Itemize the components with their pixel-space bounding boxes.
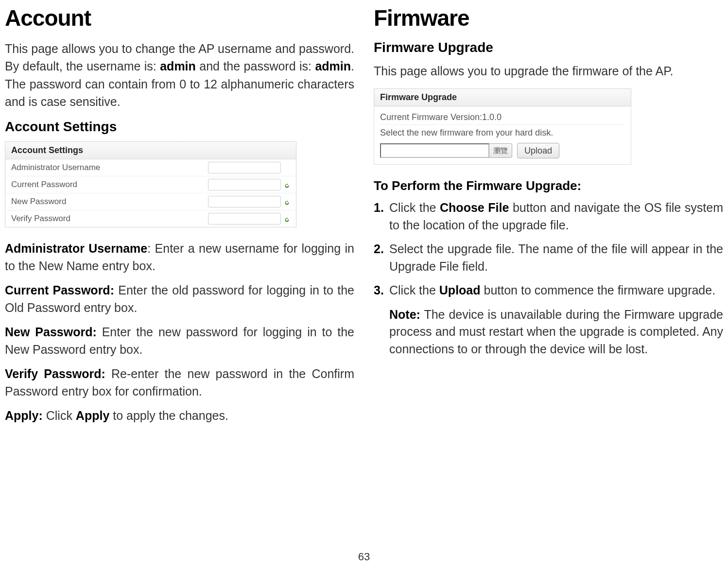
new-password-input[interactable] [208,196,281,207]
refresh-icon [284,199,290,205]
row-label: Verify Password [11,214,70,224]
file-path-input[interactable] [380,143,489,158]
firmware-intro: This page allows you to upgrade the firm… [374,62,723,80]
row-verify-password: Verify Password [5,210,296,227]
field-label: Current Password: [5,283,114,297]
step-bold: Choose File [440,201,509,214]
row-label: Current Password [11,180,77,190]
row-label: New Password [11,197,66,207]
step-1: Click the Choose File button and navigat… [374,199,723,234]
admin-username-input[interactable] [208,162,281,173]
row-label: Administrator Username [11,163,100,173]
refresh-icon [284,216,290,222]
field-label: Apply: [5,409,43,422]
page-number: 63 [0,551,728,563]
intro-bold-1: admin [160,59,196,73]
verify-password-input[interactable] [208,213,281,225]
desc-new-password: New Password: Enter the new password for… [5,324,354,358]
row-admin-username: Administrator Username [5,159,296,176]
note-text: The device is unavailable during the Fir… [389,308,723,356]
note-label: Note: [389,308,420,321]
step-3: Click the Upload button to commence the … [374,282,723,299]
desc-apply: Apply: Click Apply to apply the changes. [5,407,354,425]
field-label: New Password: [5,325,97,339]
account-settings-heading: Account Settings [5,119,354,135]
intro-bold-2: admin [315,59,351,73]
spacer-icon [284,165,290,171]
row-new-password: New Password [5,193,296,210]
intro-text-2: and the password is: [196,59,315,73]
step-2: Select the upgrade file. The name of the… [374,241,723,275]
step-pre: Select the upgrade file. The name of the… [389,242,723,273]
desc-verify-password: Verify Password: Re-enter the new passwo… [5,365,354,400]
field-text-post: to apply the changes. [109,409,228,422]
perform-upgrade-heading: To Perform the Firmware Upgrade: [374,178,723,193]
firmware-title: Firmware [374,5,723,31]
firmware-panel: Firmware Upgrade Current Firmware Versio… [374,88,631,165]
account-settings-panel: Account Settings Administrator Username … [5,141,296,227]
current-password-input[interactable] [208,179,281,190]
field-label: Verify Password: [5,367,105,380]
field-text-pre: Click [43,409,76,422]
account-title: Account [5,5,354,31]
row-current-password: Current Password [5,176,296,193]
step-pre: Click the [389,201,440,214]
field-label: Administrator Username [5,242,147,255]
desc-admin-username: Administrator Username: Enter a new user… [5,240,354,275]
upgrade-steps-list: Click the Choose File button and navigat… [374,199,723,299]
note-block: Note: The device is unavailable during t… [374,306,723,358]
step-bold: Upload [439,283,481,297]
account-intro: This page allows you to change the AP us… [5,40,354,110]
browse-button[interactable]: 瀏覽 [489,143,512,158]
upload-button[interactable]: Upload [517,143,559,158]
apply-bold: Apply [76,409,109,422]
desc-current-password: Current Password: Enter the old password… [5,282,354,316]
firmware-version-line: Current Firmware Version:1.0.0 [380,110,625,125]
firmware-upgrade-heading: Firmware Upgrade [374,40,723,55]
firmware-select-line: Select the new firmware from your hard d… [380,125,625,139]
file-input-group: 瀏覽 [380,143,512,158]
firmware-panel-header: Firmware Upgrade [374,88,631,106]
step-pre: Click the [389,283,439,297]
step-post: button to commence the firmware upgrade. [481,283,716,297]
account-settings-panel-header: Account Settings [5,142,296,159]
refresh-icon [284,182,290,188]
